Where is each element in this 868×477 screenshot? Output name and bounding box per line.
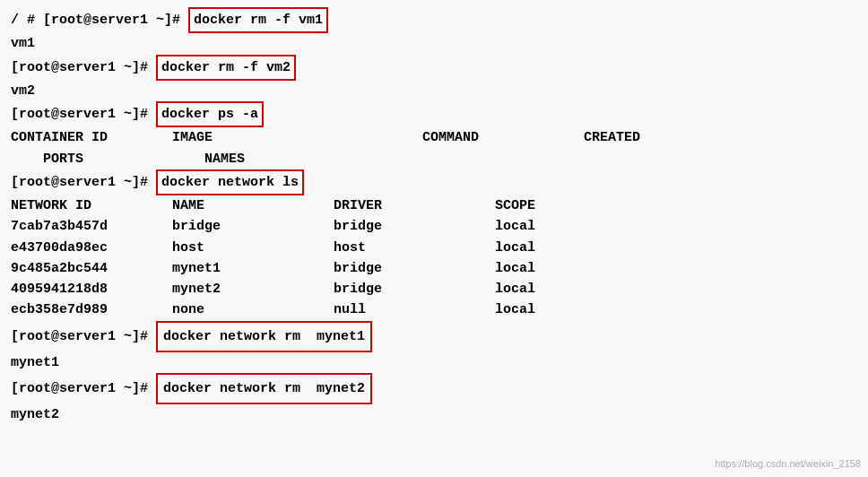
terminal-line-5: [root@server1 ~]# docker ps -a bbox=[11, 101, 857, 127]
terminal-window: / # [root@server1 ~]# docker rm -f vm1 v… bbox=[0, 0, 868, 477]
terminal-line-16: mynet1 bbox=[11, 352, 857, 373]
header-7: PORTS NAMES bbox=[11, 149, 245, 169]
terminal-line-6: CONTAINER ID IMAGE COMMAND CREATED bbox=[11, 127, 857, 148]
terminal-line-17: [root@server1 ~]# docker network rm myne… bbox=[11, 373, 857, 404]
watermark: https://blog.csdn.net/weixin_2158 bbox=[715, 456, 861, 472]
terminal-line-1: / # [root@server1 ~]# docker rm -f vm1 bbox=[11, 7, 857, 33]
header-6: CONTAINER ID IMAGE COMMAND CREATED bbox=[11, 127, 640, 148]
prompt-15: [root@server1 ~]# bbox=[11, 326, 156, 347]
data-10: 7cab7a3b457d bridge bridge local bbox=[11, 216, 535, 237]
data-12: 9c485a2bc544 mynet1 bridge local bbox=[11, 258, 535, 279]
output-16: mynet1 bbox=[11, 352, 59, 373]
terminal-line-15: [root@server1 ~]# docker network rm myne… bbox=[11, 321, 857, 352]
output-18: mynet2 bbox=[11, 404, 59, 425]
terminal-line-18: mynet2 bbox=[11, 404, 857, 425]
terminal-line-14: ecb358e7d989 none null local bbox=[11, 299, 857, 320]
terminal-line-12: 9c485a2bc544 mynet1 bridge local bbox=[11, 258, 857, 279]
command-1: docker rm -f vm1 bbox=[188, 7, 328, 33]
terminal-line-7: PORTS NAMES bbox=[11, 149, 857, 169]
terminal-line-13: 4095941218d8 mynet2 bridge local bbox=[11, 279, 857, 299]
data-11: e43700da98ec host host local bbox=[11, 238, 535, 258]
data-14: ecb358e7d989 none null local bbox=[11, 299, 535, 320]
output-4: vm2 bbox=[11, 81, 35, 101]
prompt-17: [root@server1 ~]# bbox=[11, 378, 156, 399]
prompt-3: [root@server1 ~]# bbox=[11, 57, 156, 78]
command-15: docker network rm mynet1 bbox=[156, 321, 372, 352]
prompt-8: [root@server1 ~]# bbox=[11, 172, 156, 193]
terminal-line-2: vm1 bbox=[11, 33, 857, 54]
header-9: NETWORK ID NAME DRIVER SCOPE bbox=[11, 195, 535, 216]
data-13: 4095941218d8 mynet2 bridge local bbox=[11, 279, 535, 299]
output-2: vm1 bbox=[11, 33, 35, 54]
terminal-line-4: vm2 bbox=[11, 81, 857, 101]
terminal-line-11: e43700da98ec host host local bbox=[11, 238, 857, 258]
command-5: docker ps -a bbox=[156, 101, 264, 127]
terminal-line-8: [root@server1 ~]# docker network ls bbox=[11, 169, 857, 195]
terminal-line-10: 7cab7a3b457d bridge bridge local bbox=[11, 216, 857, 237]
terminal-line-9: NETWORK ID NAME DRIVER SCOPE bbox=[11, 195, 857, 216]
command-17: docker network rm mynet2 bbox=[156, 373, 372, 404]
command-3: docker rm -f vm2 bbox=[156, 55, 296, 81]
prompt-5: [root@server1 ~]# bbox=[11, 104, 156, 125]
command-8: docker network ls bbox=[156, 169, 304, 195]
terminal-line-3: [root@server1 ~]# docker rm -f vm2 bbox=[11, 55, 857, 81]
prompt-1: / # [root@server1 ~]# bbox=[11, 10, 188, 30]
